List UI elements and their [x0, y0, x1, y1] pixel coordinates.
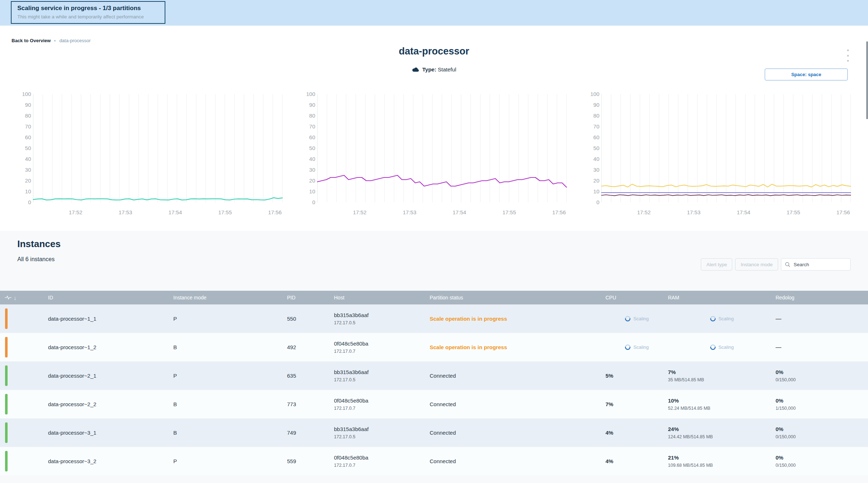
scaling-banner: Scaling service in progress - 1/3 partit…: [0, 0, 868, 26]
chart-redolog: 010203040506070809010017:5217:5317:5417:…: [583, 90, 853, 223]
cpu-cell: Scaling: [606, 304, 668, 333]
alert-cell: [0, 390, 48, 418]
scaling-spinner-icon: [625, 316, 631, 322]
svg-text:17:52: 17:52: [637, 209, 651, 215]
table-row[interactable]: data-processor~2_2B7730f048c5e80ba172.17…: [0, 390, 868, 418]
svg-text:17:52: 17:52: [69, 209, 83, 215]
instance-mode-cell: P: [173, 361, 287, 390]
cpu-cell: 4%: [606, 447, 668, 475]
svg-text:90: 90: [309, 102, 315, 108]
svg-text:0: 0: [596, 199, 599, 205]
search-box[interactable]: [781, 258, 851, 271]
pulse-icon: [5, 295, 12, 300]
breadcrumb-separator: [54, 40, 56, 41]
pid-cell: 492: [287, 333, 334, 361]
sort-descending-icon: ↓: [14, 295, 17, 301]
pid-cell: 550: [287, 304, 334, 333]
partition-status-cell: Connected: [430, 390, 606, 418]
svg-text:50: 50: [309, 145, 315, 151]
ram-cell: 10%52.24 MB/514.85 MB: [668, 390, 776, 418]
svg-text:20: 20: [309, 177, 315, 184]
table-row[interactable]: data-processor~3_1B749bb315a3b6aaf172.17…: [0, 418, 868, 447]
column-header-cpu[interactable]: CPU: [606, 291, 668, 304]
svg-text:30: 30: [25, 167, 31, 173]
alert-cell: [0, 333, 48, 361]
svg-text:17:54: 17:54: [453, 209, 466, 215]
search-icon: [785, 262, 790, 267]
partition-status-cell: Scale operation is in progress: [430, 333, 606, 361]
service-type-row: Type: Stateful: [0, 66, 868, 73]
column-header-partition-status[interactable]: Partition status: [430, 291, 606, 304]
search-input[interactable]: [794, 262, 844, 267]
alert-type-filter-button[interactable]: Alert type: [701, 258, 732, 271]
table-header-row: ↓ IDInstance modePIDHostPartition status…: [0, 291, 868, 304]
scaling-spinner-icon: [625, 344, 631, 350]
column-header-id[interactable]: ID: [48, 291, 173, 304]
alert-sort-header[interactable]: ↓: [0, 291, 48, 304]
svg-text:17:55: 17:55: [218, 209, 232, 215]
svg-text:17:55: 17:55: [787, 209, 800, 215]
svg-text:17:54: 17:54: [169, 209, 182, 215]
banner-subtitle: This might take a while and temporarily …: [17, 14, 159, 19]
column-header-ram[interactable]: RAM: [668, 291, 776, 304]
svg-text:60: 60: [25, 134, 31, 140]
column-header-redolog[interactable]: Redolog: [776, 291, 868, 304]
svg-text:90: 90: [593, 102, 599, 108]
svg-text:17:55: 17:55: [503, 209, 516, 215]
scrollbar[interactable]: [866, 41, 868, 119]
table-row[interactable]: data-processor~1_1P550bb315a3b6aaf172.17…: [0, 304, 868, 333]
kebab-menu-icon[interactable]: [845, 49, 851, 62]
ram-cell: 7%35 MB/514.85 MB: [668, 361, 776, 390]
instance-mode-cell: B: [173, 390, 287, 418]
breadcrumb-back-link[interactable]: Back to Overview: [12, 38, 51, 43]
svg-text:50: 50: [25, 145, 31, 151]
table-row[interactable]: data-processor~1_2B4920f048c5e80ba172.17…: [0, 333, 868, 361]
svg-text:50: 50: [593, 145, 599, 151]
redolog-cell: 0%0/150,000: [776, 361, 868, 390]
svg-text:17:53: 17:53: [687, 209, 701, 215]
partition-status-cell: Scale operation is in progress: [430, 304, 606, 333]
svg-text:17:54: 17:54: [737, 209, 751, 215]
id-cell: data-processor~1_2: [48, 333, 173, 361]
svg-text:100: 100: [306, 91, 315, 97]
instance-mode-cell: P: [173, 447, 287, 475]
svg-text:70: 70: [593, 123, 599, 129]
svg-text:80: 80: [25, 113, 31, 119]
redolog-cell: —: [776, 333, 868, 361]
alert-cell: [0, 418, 48, 447]
cpu-cell: 7%: [606, 390, 668, 418]
redolog-cell: —: [776, 304, 868, 333]
pid-cell: 749: [287, 418, 334, 447]
cloud-icon: [412, 67, 419, 72]
ram-cell: Scaling: [668, 304, 776, 333]
svg-text:17:53: 17:53: [119, 209, 133, 215]
svg-text:0: 0: [312, 199, 315, 205]
breadcrumb: Back to Overview data-processor: [12, 38, 91, 43]
alert-status-bar: [5, 308, 8, 329]
host-cell: bb315a3b6aaf172.17.0.5: [334, 418, 430, 447]
table-row[interactable]: data-processor~3_2P5590f048c5e80ba172.17…: [0, 447, 868, 475]
type-label: Type:: [422, 66, 437, 73]
alert-cell: [0, 304, 48, 333]
instance-mode-filter-button[interactable]: Instance mode: [735, 258, 778, 271]
column-header-host[interactable]: Host: [334, 291, 430, 304]
redolog-cell: 0%0/150,000: [776, 447, 868, 475]
alert-status-bar: [5, 422, 8, 443]
host-cell: bb315a3b6aaf172.17.0.5: [334, 304, 430, 333]
column-header-pid[interactable]: PID: [287, 291, 334, 304]
instances-section: Instances All 6 instances Alert type Ins…: [0, 231, 868, 483]
filters-bar: Alert type Instance mode: [701, 258, 851, 271]
column-header-instance-mode[interactable]: Instance mode: [173, 291, 287, 304]
ram-cell: 24%124.42 MB/514.85 MB: [668, 418, 776, 447]
svg-text:60: 60: [593, 134, 599, 140]
svg-text:17:56: 17:56: [268, 209, 282, 215]
svg-text:60: 60: [309, 134, 315, 140]
space-button[interactable]: Space: space: [765, 69, 848, 80]
id-cell: data-processor~1_1: [48, 304, 173, 333]
svg-text:90: 90: [25, 102, 31, 108]
alert-status-bar: [5, 365, 8, 386]
redolog-cell: 0%0/150,000: [776, 418, 868, 447]
svg-text:0: 0: [28, 199, 31, 205]
table-row[interactable]: data-processor~2_1P635bb315a3b6aaf172.17…: [0, 361, 868, 390]
svg-text:10: 10: [309, 188, 315, 194]
